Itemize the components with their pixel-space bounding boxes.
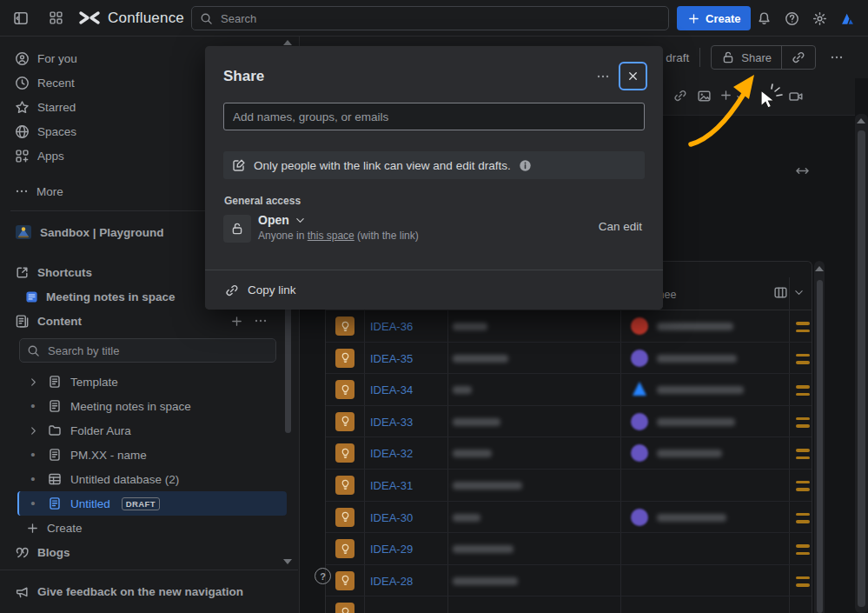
notifications-button[interactable] [750,4,778,32]
issue-key-link[interactable]: IDEA-29 [370,543,413,556]
content-search-input[interactable] [46,343,268,358]
confluence-app: Confluence Create For youRecentStarredSp… [0,0,868,613]
assignee-name-redacted [657,323,733,330]
table-row[interactable]: IDEA-33 [326,406,812,438]
columns-icon [773,285,788,300]
table-row[interactable]: IDEA-28 [326,565,812,597]
content-tree: Template•Meeting notes in spaceFolder Au… [0,370,299,516]
issue-key-link[interactable]: IDEA-34 [370,383,413,396]
tree-item-meeting-notes-in-space[interactable]: •Meeting notes in space [17,394,287,418]
table-row[interactable]: IDEA-34 [326,374,812,406]
idea-type-icon [335,349,354,368]
global-search[interactable] [191,6,669,30]
priority-bars-icon [796,576,810,587]
tree-item-folder-aura[interactable]: Folder Aura [17,418,287,443]
settings-button[interactable] [805,4,833,32]
copy-link-button-header[interactable] [781,46,815,69]
record-video-icon[interactable] [788,89,804,104]
tree-item-pm-xx-name[interactable]: •PM.XX - name [17,443,287,467]
scroll-up-arrow[interactable] [857,118,865,123]
tree-item-template[interactable]: Template [17,370,287,394]
page-icon [48,399,62,413]
tree-item-untitled[interactable]: •UntitledDRAFT [17,491,287,516]
page-scrollbar[interactable] [855,114,868,613]
sidebar-item-blogs[interactable]: Blogs [0,540,299,564]
tree-item-label: Folder Aura [70,424,131,437]
create-button[interactable]: Create [677,6,751,30]
search-input[interactable] [219,11,660,26]
table-scrollbar[interactable] [814,261,825,613]
issue-key-link[interactable]: IDEA-33 [370,416,413,429]
access-lock-tile [223,215,251,243]
clock-icon [15,76,30,90]
share-button[interactable]: Share [712,46,781,69]
this-space-link[interactable]: this space [308,230,354,242]
unlock-icon [721,50,735,64]
share-more-button[interactable] [587,64,619,89]
chevron-right-icon[interactable] [26,376,40,388]
summary-redacted [453,323,487,330]
share-recipients-input[interactable] [223,103,645,130]
table-row[interactable]: IDEA-35 [326,343,812,375]
star-icon [15,100,30,115]
scroll-up-arrow[interactable] [815,266,824,271]
chevron-down-icon[interactable] [735,92,746,103]
summary-redacted [453,386,472,394]
permission-value[interactable]: Can edit [599,220,642,233]
table-row[interactable]: IDEA-36 [326,310,812,343]
table-row[interactable] [326,596,812,613]
priority-bars-icon [796,449,810,459]
insert-link-icon[interactable] [673,89,687,103]
table-row[interactable]: IDEA-30 [326,502,812,534]
sidebar-item-content[interactable]: Content [0,309,299,333]
content-more-icon[interactable] [254,314,268,328]
add-content-icon[interactable] [230,314,243,328]
issue-key-link[interactable]: IDEA-31 [370,479,413,492]
scrollbar-thumb[interactable] [817,280,823,613]
help-button[interactable] [778,4,805,32]
scroll-up-arrow[interactable] [283,40,292,45]
plus-icon [26,522,39,535]
sidebar-item-label: Starred [37,101,76,114]
close-dialog-button[interactable] [619,62,647,90]
table-row[interactable]: IDEA-29 [326,533,812,565]
insert-image-icon[interactable] [697,89,712,103]
issue-key-link[interactable]: IDEA-32 [370,447,413,460]
assignee-avatar [631,444,648,462]
assignee-name-redacted [657,386,744,394]
create-label: Create [706,12,740,25]
sidebar-footer[interactable]: Give feedback on the new navigation [0,570,298,613]
tree-item-untitled-database-2-[interactable]: •Untitled database (2) [17,467,287,491]
info-icon[interactable] [519,159,532,172]
help-fab-button[interactable]: ? [315,568,331,584]
scrollbar-thumb[interactable] [858,130,865,607]
insert-plus-icon[interactable] [719,89,732,102]
assignee-avatar [631,413,648,430]
chevron-right-icon[interactable] [26,425,40,436]
idea-type-icon [335,476,354,495]
tree-create-label: Create [47,522,83,535]
draft-notice-banner: Only people with the link can view and e… [223,151,645,179]
blogs-label: Blogs [37,546,70,559]
copy-link-button[interactable]: Copy link [205,270,663,310]
confluence-logo[interactable]: Confluence [78,10,184,27]
collapse-sidebar-icon[interactable] [7,4,35,32]
scroll-down-arrow[interactable] [283,559,292,564]
profile-avatar[interactable] [833,4,861,32]
issue-key-link[interactable]: IDEA-36 [370,320,413,333]
tree-create-button[interactable]: Create [0,516,299,540]
table-rows: IDEA-36IDEA-35IDEA-34IDEA-33IDEA-32IDEA-… [326,310,812,613]
database-icon [48,472,62,486]
app-switcher-icon[interactable] [42,4,70,32]
table-row[interactable]: IDEA-32 [326,437,812,470]
issue-key-link[interactable]: IDEA-35 [370,352,413,365]
content-search[interactable] [19,338,276,363]
access-level-dropdown[interactable]: Open [258,213,419,227]
table-row[interactable]: IDEA-31 [326,470,812,502]
sidebar-item-label: Spaces [37,125,76,138]
full-width-toggle-icon[interactable] [795,163,810,178]
shortcut-icon [15,265,30,280]
issue-key-link[interactable]: IDEA-28 [370,575,413,588]
page-more-button[interactable] [826,47,847,68]
issue-key-link[interactable]: IDEA-30 [370,511,413,524]
